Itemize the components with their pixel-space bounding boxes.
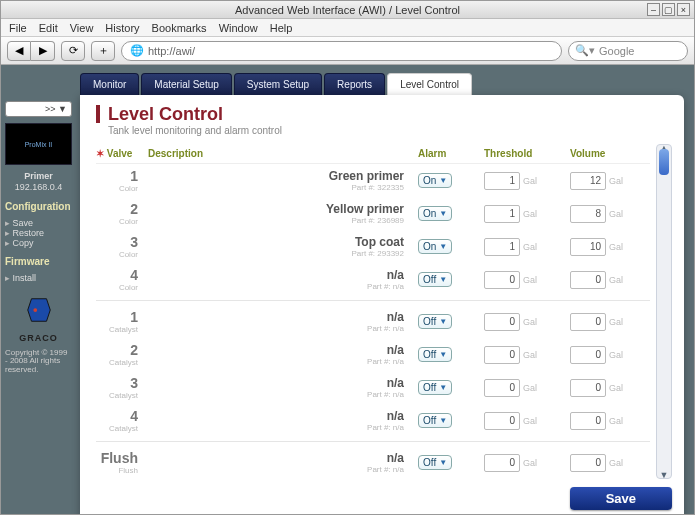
volume-input[interactable] <box>570 379 606 397</box>
reload-button[interactable]: ⟳ <box>61 41 85 61</box>
unit-label: Gal <box>523 242 537 252</box>
valve-part: Part #: n/a <box>148 423 404 432</box>
volume-input[interactable] <box>570 238 606 256</box>
table-row: 4Colorn/aPart #: n/aOff ▼GalGal <box>96 263 650 296</box>
search-field[interactable]: 🔍▾ Google <box>568 41 688 61</box>
main-panel: Level Control Tank level monitoring and … <box>80 95 684 514</box>
chevron-down-icon: ▼ <box>439 209 447 218</box>
menu-edit[interactable]: Edit <box>39 22 58 34</box>
volume-input[interactable] <box>570 412 606 430</box>
alarm-select[interactable]: Off ▼ <box>418 413 452 428</box>
alarm-select[interactable]: Off ▼ <box>418 380 452 395</box>
menu-window[interactable]: Window <box>219 22 258 34</box>
threshold-input[interactable] <box>484 205 520 223</box>
valve-number: 4 <box>130 267 138 283</box>
device-thumbnail-label: ProMix II <box>25 141 53 148</box>
back-button[interactable]: ◀ <box>7 41 31 61</box>
threshold-input[interactable] <box>484 346 520 364</box>
scroll-thumb[interactable] <box>659 149 669 175</box>
url-text: http://awi/ <box>148 45 195 57</box>
menu-help[interactable]: Help <box>270 22 293 34</box>
config-link-save[interactable]: Save <box>5 218 72 228</box>
alarm-select[interactable]: On ▼ <box>418 239 452 254</box>
unit-label: Gal <box>609 458 623 468</box>
valve-type: Flush <box>96 466 138 475</box>
valve-part: Part #: n/a <box>148 357 404 366</box>
unit-label: Gal <box>609 317 623 327</box>
alarm-select[interactable]: Off ▼ <box>418 347 452 362</box>
valve-part: Part #: 293392 <box>148 249 404 258</box>
alarm-select[interactable]: Off ▼ <box>418 272 452 287</box>
url-field[interactable]: 🌐 http://awi/ <box>121 41 562 61</box>
unit-label: Gal <box>609 209 623 219</box>
unit-label: Gal <box>609 176 623 186</box>
volume-input[interactable] <box>570 454 606 472</box>
scroll-down-icon[interactable]: ▼ <box>657 470 671 479</box>
volume-input[interactable] <box>570 313 606 331</box>
volume-input[interactable] <box>570 205 606 223</box>
maximize-icon[interactable]: ▢ <box>662 3 675 16</box>
valve-type: Color <box>96 250 138 259</box>
unit-label: Gal <box>523 350 537 360</box>
table-row: 1Catalystn/aPart #: n/aOff ▼GalGal <box>96 305 650 338</box>
tab-bar: MonitorMaterial SetupSystem SetupReports… <box>80 73 684 95</box>
valve-description: n/a <box>387 451 404 465</box>
menu-view[interactable]: View <box>70 22 94 34</box>
alarm-select[interactable]: On ▼ <box>418 206 452 221</box>
threshold-input[interactable] <box>484 454 520 472</box>
device-ip: 192.168.0.4 <box>15 182 63 192</box>
threshold-input[interactable] <box>484 172 520 190</box>
volume-input[interactable] <box>570 346 606 364</box>
config-link-restore[interactable]: Restore <box>5 228 72 238</box>
save-button[interactable]: Save <box>570 487 672 510</box>
tab-system-setup[interactable]: System Setup <box>234 73 322 95</box>
browser-toolbar: ◀ ▶ ⟳ ＋ 🌐 http://awi/ 🔍▾ Google <box>1 37 694 65</box>
valve-description: n/a <box>387 268 404 282</box>
scrollbar[interactable]: ▲ ▼ <box>656 144 672 479</box>
forward-button[interactable]: ▶ <box>31 41 55 61</box>
tab-reports[interactable]: Reports <box>324 73 385 95</box>
config-section-title: Configuration <box>5 201 72 212</box>
add-button[interactable]: ＋ <box>91 41 115 61</box>
threshold-input[interactable] <box>484 379 520 397</box>
valve-type: Catalyst <box>96 325 138 334</box>
chevron-down-icon: ▼ <box>439 458 447 467</box>
window-titlebar: Advanced Web Interface (AWI) / Level Con… <box>1 1 694 19</box>
threshold-input[interactable] <box>484 412 520 430</box>
col-description: Description <box>148 148 412 159</box>
unit-label: Gal <box>523 317 537 327</box>
valve-type: Catalyst <box>96 391 138 400</box>
unit-label: Gal <box>609 350 623 360</box>
volume-input[interactable] <box>570 271 606 289</box>
threshold-input[interactable] <box>484 238 520 256</box>
valve-description: Top coat <box>355 235 404 249</box>
device-thumbnail[interactable]: ProMix II <box>5 123 72 165</box>
unit-label: Gal <box>609 275 623 285</box>
valve-number: 1 <box>130 168 138 184</box>
tab-level-control[interactable]: Level Control <box>387 73 472 95</box>
alarm-select[interactable]: Off ▼ <box>418 455 452 470</box>
menu-bookmarks[interactable]: Bookmarks <box>152 22 207 34</box>
close-icon[interactable]: × <box>677 3 690 16</box>
valve-description: n/a <box>387 409 404 423</box>
threshold-input[interactable] <box>484 313 520 331</box>
tab-material-setup[interactable]: Material Setup <box>141 73 231 95</box>
firmware-link-install[interactable]: Install <box>5 273 72 283</box>
config-link-copy[interactable]: Copy <box>5 238 72 248</box>
chevron-down-icon: ▼ <box>439 350 447 359</box>
alarm-select[interactable]: On ▼ <box>418 173 452 188</box>
minimize-icon[interactable]: – <box>647 3 660 16</box>
valve-number: Flush <box>101 450 138 466</box>
threshold-input[interactable] <box>484 271 520 289</box>
tab-monitor[interactable]: Monitor <box>80 73 139 95</box>
unit-label: Gal <box>523 416 537 426</box>
sidebar-selector[interactable]: >> ▼ <box>5 101 72 117</box>
menu-history[interactable]: History <box>105 22 139 34</box>
table-row: 3Catalystn/aPart #: n/aOff ▼GalGal <box>96 371 650 404</box>
alarm-select[interactable]: Off ▼ <box>418 314 452 329</box>
valve-description: Yellow primer <box>326 202 404 216</box>
page-subtitle: Tank level monitoring and alarm control <box>96 125 672 136</box>
chevron-down-icon: ▼ <box>439 416 447 425</box>
menu-file[interactable]: File <box>9 22 27 34</box>
volume-input[interactable] <box>570 172 606 190</box>
